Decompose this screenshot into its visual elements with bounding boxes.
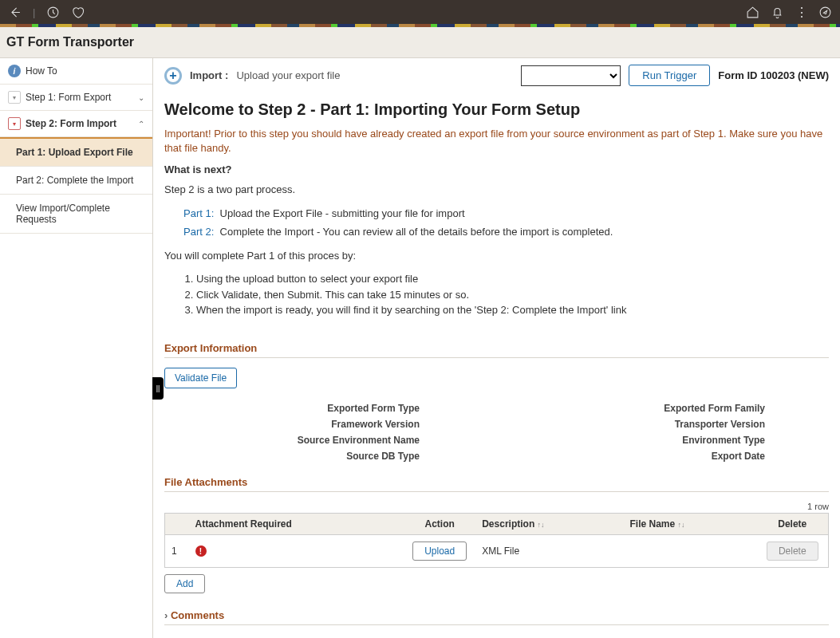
sidebar-label: How To [26,65,57,77]
sidebar-label: Step 1: Form Export [26,92,111,103]
part2-row: Part 2: Complete the Import - You can re… [183,224,829,240]
sidebar-collapse-handle[interactable]: || [152,377,164,400]
twopart-text: Step 2 is a two part process. [164,182,829,198]
row-filename [623,534,756,567]
info-label: Environment Type [459,435,829,446]
row-number: 1 [165,534,189,567]
more-icon[interactable]: ⋮ [795,5,807,20]
info-label: Source Environment Name [164,435,436,446]
sidebar: i How To ▾ Step 1: Form Export ⌄ ▾ Step … [0,58,153,638]
bell-icon[interactable] [771,6,784,19]
home-icon[interactable] [746,6,759,19]
info-label: Framework Version [164,419,436,430]
clock-icon[interactable] [46,6,60,19]
row-count: 1 row [164,502,829,511]
whatnext-heading: What is next? [164,163,829,175]
important-note: Important! Prior to this step you should… [164,127,829,156]
col-filename[interactable]: File Name ↑↓ [623,513,756,534]
svg-point-1 [820,7,830,18]
export-info-heading: Export Information [164,342,829,358]
sidebar-sub-view[interactable]: View Import/Complete Requests [0,195,152,234]
sidebar-step1[interactable]: ▾ Step 1: Form Export ⌄ [0,85,152,111]
step-item: When the import is ready, you will find … [196,302,829,318]
col-action[interactable]: Action [404,513,475,534]
info-label: Exported Form Type [164,403,436,414]
add-row-button[interactable]: Add [164,574,205,593]
sort-icon: ↑↓ [538,521,545,529]
chevron-down-icon: ▾ [8,91,21,104]
compass-icon[interactable] [818,6,832,19]
part1-row: Part 1: Upload the Export File - submitt… [183,206,829,222]
info-label: Source DB Type [164,451,436,462]
attachments-table: Attachment Required Action Description ↑… [164,513,829,568]
sidebar-label: Step 2: Form Import [26,118,116,129]
steps-list: Using the upload button to select your e… [196,271,829,318]
required-icon: ! [195,545,207,557]
run-trigger-button[interactable]: Run Trigger [629,65,710,86]
heart-icon[interactable] [71,6,85,19]
sidebar-sub-upload[interactable]: Part 1: Upload Export File [0,137,152,167]
comments-section: Comments [164,609,829,625]
welcome-heading: Welcome to Step 2 - Part 1: Importing Yo… [164,100,829,119]
validate-button[interactable]: Validate File [164,368,237,388]
delete-button: Delete [767,542,818,561]
chevron-up-icon: ▾ [8,117,21,130]
info-icon: i [8,65,21,77]
form-id: Form ID 100203 (NEW) [718,69,829,81]
col-description[interactable]: Description ↑↓ [475,513,623,534]
col-required[interactable]: Attachment Required [189,513,404,534]
top-navbar: | ⋮ [0,0,840,24]
back-icon[interactable] [8,6,22,19]
sidebar-howto[interactable]: i How To [0,58,152,85]
step-item: Using the upload button to select your e… [196,271,829,287]
step-item: Click Validate, then Submit. This can ta… [196,287,829,303]
info-label: Export Date [459,451,829,462]
row-description: XML File [475,534,623,567]
chevron-down-icon: ⌄ [138,93,144,102]
table-row: 1 ! Upload XML File Delete [165,534,829,567]
sidebar-step2[interactable]: ▾ Step 2: Form Import ⌃ [0,111,152,137]
sort-icon: ↑↓ [678,521,685,529]
divider: | [33,6,35,18]
youwill-text: You will complete Part 1 of this proces … [164,248,829,264]
add-button[interactable]: + [164,67,182,85]
page-title: GT Form Transporter [0,27,840,58]
trigger-select[interactable] [521,65,621,86]
import-label: Import : [190,69,228,81]
import-subtitle: Upload your export file [236,69,340,81]
info-label: Exported Form Family [459,403,829,414]
export-info-grid: Exported Form TypeExported Form Family F… [164,403,829,462]
main-content: + Import : Upload your export file Run T… [153,58,840,638]
comments-toggle[interactable]: Comments [164,609,829,625]
col-delete[interactable]: Delete [757,513,829,534]
chevron-up-icon: ⌃ [138,120,144,128]
sidebar-sub-complete[interactable]: Part 2: Complete the Import [0,167,152,195]
upload-button[interactable]: Upload [412,542,467,561]
content-header: + Import : Upload your export file Run T… [153,58,840,100]
attachments-heading: File Attachments [164,476,829,492]
info-label: Transporter Version [459,419,829,430]
